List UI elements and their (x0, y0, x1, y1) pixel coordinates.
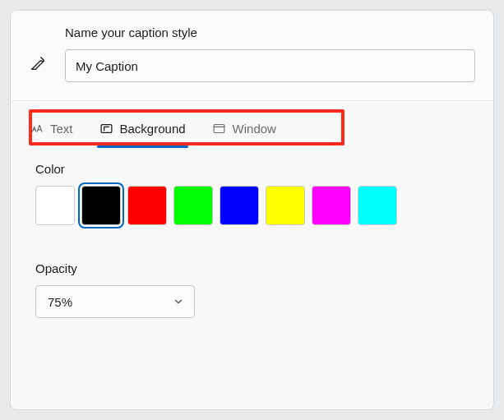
color-swatch[interactable] (312, 186, 351, 225)
caption-style-panel: Name your caption style Text (10, 10, 494, 410)
header-row: Name your caption style (11, 11, 493, 101)
color-section: Color (11, 152, 493, 235)
color-swatch[interactable] (220, 186, 259, 225)
tabs-area: Text Background Window (11, 101, 493, 152)
tab-window[interactable]: Window (211, 116, 277, 141)
tab-label: Background (120, 122, 186, 136)
tab-text[interactable]: Text (29, 116, 74, 141)
opacity-section: Opacity 75% (11, 252, 493, 328)
color-swatches (35, 186, 469, 225)
color-swatch[interactable] (266, 186, 305, 225)
svg-rect-0 (101, 124, 112, 132)
chevron-down-icon (173, 296, 184, 307)
tab-background[interactable]: Background (99, 116, 187, 141)
opacity-value: 75% (48, 295, 72, 309)
color-swatch[interactable] (81, 186, 121, 225)
opacity-label: Opacity (35, 261, 469, 275)
svg-rect-1 (214, 124, 224, 132)
header-label: Name your caption style (65, 25, 475, 39)
window-icon (212, 122, 226, 136)
tab-label: Window (233, 122, 276, 136)
text-icon (30, 122, 44, 136)
style-icon (29, 44, 47, 82)
opacity-select[interactable]: 75% (35, 285, 195, 318)
tab-label: Text (50, 122, 73, 136)
color-swatch[interactable] (127, 186, 167, 225)
background-icon (99, 122, 113, 136)
color-swatch[interactable] (358, 186, 397, 225)
color-swatch[interactable] (35, 186, 75, 225)
caption-name-input[interactable] (65, 49, 475, 82)
color-swatch[interactable] (173, 186, 213, 225)
color-label: Color (35, 162, 469, 176)
